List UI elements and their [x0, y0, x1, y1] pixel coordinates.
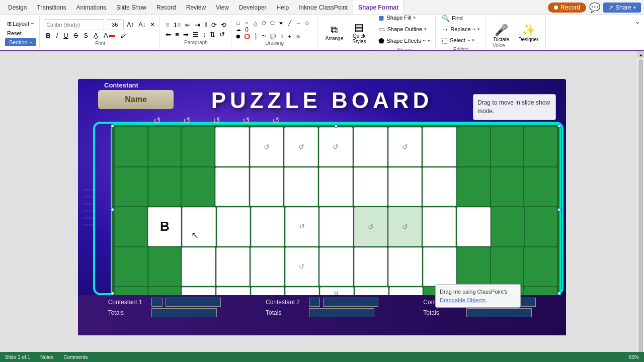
contestant-2-total-box[interactable]: [309, 308, 374, 317]
replace-button[interactable]: ↔ Replace ~ ▾: [440, 25, 482, 34]
char-spacing-button[interactable]: A̤: [92, 31, 100, 40]
increase-indent-button[interactable]: ⇥: [193, 21, 202, 29]
bullets-button[interactable]: ≡: [164, 21, 171, 29]
shape-tri[interactable]: △: [252, 20, 260, 26]
cell-3-8-rot[interactable]: ↺: [354, 207, 387, 246]
cell-4-3: [182, 247, 215, 287]
ribbon-collapse-button[interactable]: ⌄: [633, 16, 642, 49]
increase-font-button[interactable]: A↑: [125, 21, 135, 29]
contestant-1-box-sm[interactable]: [151, 298, 163, 307]
shape-para[interactable]: ⬟: [234, 33, 243, 39]
cell-1-5-rot[interactable]: ↺: [250, 127, 284, 166]
decrease-font-button[interactable]: A↓: [137, 21, 147, 29]
shape-outline-button[interactable]: ▭ Shape Outline ▾: [376, 24, 432, 34]
tab-developer[interactable]: Developer: [234, 1, 272, 15]
shape-callout[interactable]: 💬: [269, 33, 277, 39]
select-button[interactable]: ⬚ Select ~ ▾: [440, 36, 482, 45]
convert-button[interactable]: ↺: [218, 30, 226, 39]
contestant-2-box-lg[interactable]: [323, 298, 378, 307]
comment-button[interactable]: 💬: [589, 2, 600, 13]
record-button[interactable]: Record: [548, 3, 586, 13]
arrange-button[interactable]: ⧉ Arrange: [321, 23, 348, 43]
tab-view[interactable]: View: [211, 1, 234, 15]
cell-1-1: [115, 127, 147, 166]
highlight-button[interactable]: 🖊: [118, 31, 129, 40]
tab-help[interactable]: Help: [272, 1, 294, 15]
tab-classpoint[interactable]: Inknoe ClassPoint: [294, 1, 353, 15]
tab-review[interactable]: Review: [181, 1, 211, 15]
direction-button[interactable]: ⟳: [210, 21, 218, 29]
shape-arrow[interactable]: →: [294, 20, 302, 26]
contestant-2-box-sm[interactable]: [309, 298, 320, 307]
find-button[interactable]: 🔍 Find: [440, 14, 482, 23]
font-size-input[interactable]: [106, 19, 124, 30]
shape-bracket[interactable]: {}: [243, 26, 251, 32]
share-button[interactable]: ↗ Share ▾: [603, 3, 641, 13]
status-comments[interactable]: Comments: [63, 354, 88, 360]
contestant-3-total-box[interactable]: [466, 308, 532, 317]
section-button[interactable]: Section ~: [5, 38, 36, 46]
vertical-scrollbar[interactable]: ▲ ▼: [637, 51, 644, 362]
font-name-input[interactable]: [44, 19, 104, 30]
shape-circle[interactable]: ○: [243, 20, 251, 26]
shape-brace[interactable]: ⎤: [252, 33, 260, 39]
contestant-1-box-lg[interactable]: [166, 298, 221, 307]
align-left-button[interactable]: ⬅: [164, 30, 173, 39]
shape-fill-button[interactable]: ◼ Shape Fill ▾: [376, 13, 432, 23]
quick-styles-button[interactable]: ▤ QuickStyles: [349, 20, 369, 46]
reset-button[interactable]: Reset: [5, 29, 24, 37]
numbering-button[interactable]: 1≡: [172, 21, 183, 29]
shape-star[interactable]: ★: [277, 20, 285, 26]
shape-smiley[interactable]: ☺: [294, 33, 302, 39]
cell-1-6-rot[interactable]: ↺: [284, 127, 318, 166]
columns-button[interactable]: ⫴: [203, 20, 209, 29]
shape-hex[interactable]: ⬡: [260, 20, 268, 26]
shape-diamond[interactable]: ◇: [303, 20, 311, 26]
shadow-button[interactable]: S: [82, 31, 90, 40]
layout-button[interactable]: ⊞ Layout ~: [5, 20, 36, 28]
align-center-button[interactable]: ≡: [174, 30, 181, 39]
select-icon: ⬚: [442, 37, 448, 44]
strikethrough-button[interactable]: S: [72, 31, 80, 40]
shape-ellipse[interactable]: ⭕: [243, 33, 251, 39]
shape-line[interactable]: ╱: [286, 20, 294, 26]
tab-record[interactable]: Record: [151, 1, 181, 15]
designer-button[interactable]: ✨ Designer: [515, 22, 541, 44]
contestant-1-total-box[interactable]: [151, 308, 217, 317]
clear-format-button[interactable]: ✕: [148, 21, 156, 29]
scroll-up-button[interactable]: ▲: [637, 51, 644, 58]
name-box[interactable]: Name: [98, 90, 174, 109]
tab-animations[interactable]: Animations: [71, 1, 111, 15]
cell-3-6-rot[interactable]: ↺: [285, 207, 318, 246]
shape-moon[interactable]: ☽: [277, 33, 285, 39]
align-right-button[interactable]: ➡: [182, 30, 190, 39]
scroll-thumb[interactable]: [638, 59, 643, 355]
cell-4-6-rot[interactable]: ↺: [285, 247, 319, 287]
shape-plus[interactable]: +: [286, 33, 294, 39]
status-notes[interactable]: Notes: [40, 354, 53, 360]
dictate-icon: 🎤: [495, 24, 508, 37]
shape-rect[interactable]: □: [234, 20, 243, 26]
tab-design[interactable]: Design: [3, 1, 32, 15]
smartart-button[interactable]: ⟲: [219, 21, 228, 29]
cell-1-9-rot[interactable]: ↺: [388, 127, 422, 166]
bold-button[interactable]: B: [44, 31, 52, 40]
text-direction-button[interactable]: ⇅: [208, 30, 217, 39]
italic-button[interactable]: I: [54, 31, 60, 40]
line-spacing-button[interactable]: ↕: [201, 30, 208, 39]
dictate-button[interactable]: 🎤 Dictate: [491, 22, 512, 44]
shape-oct[interactable]: ⬠: [269, 20, 277, 26]
tab-transitions[interactable]: Transitions: [32, 1, 71, 15]
tab-slideshow[interactable]: Slide Show: [111, 1, 151, 15]
shape-effects-button[interactable]: ⬟ Shape Effects ~ ▾: [376, 36, 432, 46]
cell-3-9-rot[interactable]: ↺: [388, 207, 422, 246]
decrease-indent-button[interactable]: ⇤: [184, 21, 192, 29]
cp-hint-link[interactable]: Draggable Objects.: [440, 297, 487, 303]
justify-button[interactable]: ☰: [191, 30, 200, 39]
font-color-button[interactable]: A: [102, 31, 117, 40]
underline-button[interactable]: U: [61, 31, 70, 40]
shape-cloud[interactable]: ☁: [234, 26, 243, 32]
shape-curve[interactable]: ⌒: [252, 26, 260, 32]
shape-wave[interactable]: 〜: [260, 33, 268, 39]
cell-1-7-rot[interactable]: ↺: [319, 127, 353, 166]
